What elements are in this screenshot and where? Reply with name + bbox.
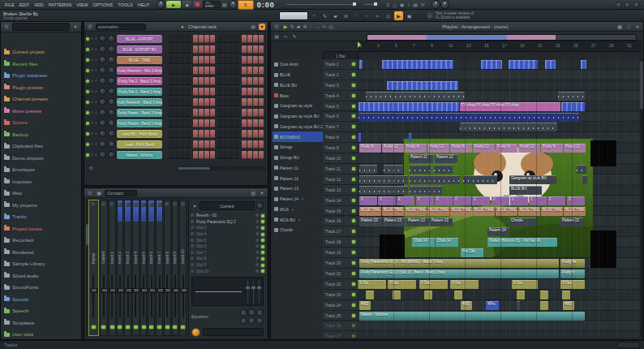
browser-item-my-projects[interactable]: My projects bbox=[1, 200, 81, 212]
step-cell[interactable] bbox=[259, 88, 264, 96]
step-cell[interactable] bbox=[234, 88, 239, 96]
channel-solo-dot[interactable] bbox=[95, 153, 97, 156]
clip-blue-time[interactable]: BLUE TIME bbox=[359, 207, 381, 216]
slice-tool-icon[interactable]: ✂ bbox=[321, 24, 328, 30]
step-cell[interactable] bbox=[253, 119, 258, 127]
eq-knob-6[interactable] bbox=[256, 317, 264, 325]
picker-item-chords[interactable]: Chords bbox=[273, 225, 323, 235]
fx-slot-mix-knob[interactable] bbox=[255, 256, 260, 261]
send-field[interactable] bbox=[203, 328, 264, 336]
clip-pattern-13[interactable]: Pattern 13 bbox=[560, 218, 583, 226]
step-cell[interactable] bbox=[229, 151, 234, 159]
step-cell[interactable] bbox=[242, 140, 247, 149]
clip-fruity-l2[interactable]: Fruity L2 bbox=[564, 144, 586, 153]
step-cell[interactable] bbox=[174, 45, 179, 54]
clip-gray[interactable] bbox=[582, 175, 587, 184]
step-cell[interactable] bbox=[242, 119, 247, 127]
step-cell[interactable] bbox=[193, 151, 198, 159]
clip-gray[interactable] bbox=[366, 92, 465, 101]
pattern-name-field[interactable] bbox=[279, 11, 308, 20]
clip-fruity-l2[interactable]: Fruity L2 bbox=[427, 144, 449, 153]
clip-pattern-12[interactable]: Pattern 12 bbox=[435, 154, 457, 163]
step-cell[interactable] bbox=[223, 119, 228, 127]
step-cell[interactable] bbox=[223, 140, 228, 149]
step-cell[interactable] bbox=[217, 67, 222, 75]
step-cell[interactable] bbox=[210, 45, 215, 54]
channel-volume-knob[interactable] bbox=[108, 140, 115, 148]
fx-slot-6[interactable]: Slot 6 bbox=[191, 243, 264, 250]
fx-slot-8[interactable]: Slot 8 bbox=[191, 256, 264, 262]
fx-slot-mix-knob[interactable] bbox=[255, 244, 260, 248]
clip-2[interactable]: 2 bbox=[378, 196, 396, 205]
picker-item-gangnam-ay-style-bu[interactable]: Gangnam ay style BU bbox=[273, 111, 323, 122]
track-enable-led[interactable] bbox=[352, 293, 355, 296]
clip-chds-14[interactable]: Chds 14 bbox=[436, 238, 458, 247]
step-cell[interactable] bbox=[217, 98, 222, 106]
clip-gray[interactable] bbox=[359, 186, 408, 195]
clip-blue[interactable] bbox=[409, 133, 411, 142]
step-cell[interactable] bbox=[169, 56, 174, 64]
step-cell[interactable] bbox=[193, 109, 198, 117]
step-cell[interactable] bbox=[174, 98, 179, 106]
browser-item-soundfonts[interactable]: SoundFonts bbox=[1, 282, 81, 294]
picker-item-pattern-11[interactable]: Pattern 11 bbox=[273, 163, 323, 174]
strip-fader-handle[interactable] bbox=[91, 288, 97, 293]
step-cell[interactable] bbox=[169, 140, 174, 149]
strip-mute-led[interactable] bbox=[118, 325, 122, 329]
step-cell[interactable] bbox=[169, 77, 174, 85]
mixer-scrollbar[interactable] bbox=[86, 200, 88, 336]
step-cell[interactable] bbox=[253, 88, 258, 96]
step-cell[interactable] bbox=[169, 119, 174, 127]
step-cell[interactable] bbox=[234, 109, 239, 117]
clip-fruity-n[interactable]: Fruity N bbox=[450, 144, 472, 153]
step-cell[interactable] bbox=[259, 45, 264, 54]
browser-item-channel-presets[interactable]: Channel presets bbox=[1, 93, 81, 106]
step-cell[interactable] bbox=[204, 35, 209, 43]
step-cell[interactable] bbox=[253, 98, 258, 106]
picker-item-gangnam-ay-style[interactable]: Gangnam ay style bbox=[273, 101, 323, 111]
clip-fruity-fre[interactable]: Fruity fre bbox=[560, 259, 585, 268]
track-header-23[interactable]: Track 23 bbox=[323, 290, 358, 300]
fine-position-slider[interactable] bbox=[364, 4, 377, 5]
step-cell[interactable] bbox=[234, 35, 239, 43]
clip-2[interactable]: 2 bbox=[492, 196, 509, 205]
browser-item-rendered[interactable]: Rendered bbox=[1, 247, 81, 259]
browser-item-backup[interactable]: Backup bbox=[1, 129, 81, 141]
clip-gray[interactable] bbox=[558, 92, 585, 101]
strip-mute-led[interactable] bbox=[110, 325, 114, 329]
step-cell[interactable] bbox=[199, 67, 204, 75]
track-enable-led[interactable] bbox=[352, 73, 355, 76]
playlist-lanes[interactable]: FX chop FX chop FX chop FX chopFruity NF… bbox=[358, 59, 642, 338]
playlist-minimap-scrollbar[interactable] bbox=[367, 34, 637, 41]
fx-slot-knob[interactable] bbox=[191, 244, 195, 248]
clip-gray[interactable] bbox=[463, 175, 497, 184]
playback-icon[interactable]: ▶ bbox=[394, 11, 403, 20]
strip-mute-led[interactable] bbox=[157, 325, 161, 329]
step-cell[interactable] bbox=[174, 88, 179, 96]
step-cell[interactable] bbox=[193, 45, 198, 54]
channel-enable-led[interactable] bbox=[86, 122, 89, 125]
track-header-25[interactable]: Track 25 bbox=[323, 311, 358, 321]
step-cell[interactable] bbox=[253, 35, 258, 43]
step-cell[interactable] bbox=[247, 77, 252, 85]
track-enable-led[interactable] bbox=[352, 105, 355, 108]
mixer-strip-master[interactable]: Master bbox=[88, 200, 98, 336]
channel-name-button[interactable]: BLUE - TIME bbox=[117, 56, 162, 64]
browser-collapse-icon[interactable]: ▾ bbox=[72, 24, 79, 30]
playlist-detach-icon[interactable]: ▦ bbox=[616, 24, 623, 30]
strip-fader-handle[interactable] bbox=[109, 288, 116, 293]
step-cell[interactable] bbox=[242, 109, 247, 117]
step-cell[interactable] bbox=[174, 130, 179, 138]
fx-slot-enable-led[interactable] bbox=[261, 269, 264, 273]
mixer-track-name-field[interactable]: Current bbox=[200, 201, 255, 210]
clip-blue-time[interactable]: BLUE TIME bbox=[427, 207, 449, 216]
meter-slider-2[interactable] bbox=[253, 280, 254, 303]
step-cell[interactable] bbox=[193, 77, 198, 85]
clip-pattern-bdrums-ol-vol-kat-14[interactable]: Pattern Bdrums OL - Vol Kat 14 bbox=[487, 238, 557, 247]
eq-knob-3[interactable] bbox=[256, 309, 264, 317]
step-cell[interactable] bbox=[210, 109, 215, 117]
step-cell[interactable] bbox=[229, 45, 234, 54]
step-cell[interactable] bbox=[199, 151, 204, 159]
step-cell[interactable] bbox=[229, 67, 234, 75]
channel-volume-knob[interactable] bbox=[108, 56, 115, 63]
